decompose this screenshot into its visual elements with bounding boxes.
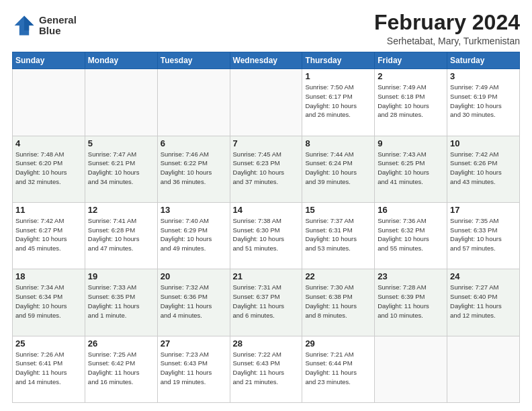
calendar-day-cell bbox=[447, 336, 520, 402]
day-number: 24 bbox=[450, 271, 517, 281]
day-number: 8 bbox=[305, 138, 371, 148]
day-info: Sunrise: 7:41 AM Sunset: 6:28 PM Dayligh… bbox=[88, 216, 154, 253]
calendar-day-cell: 14Sunrise: 7:38 AM Sunset: 6:30 PM Dayli… bbox=[230, 202, 302, 269]
day-info: Sunrise: 7:37 AM Sunset: 6:31 PM Dayligh… bbox=[305, 216, 371, 253]
calendar-day-cell: 3Sunrise: 7:49 AM Sunset: 6:19 PM Daylig… bbox=[447, 69, 520, 136]
day-info: Sunrise: 7:33 AM Sunset: 6:35 PM Dayligh… bbox=[88, 283, 154, 320]
header: General Blue February 2024 Serhetabat, M… bbox=[12, 11, 520, 46]
day-number: 22 bbox=[305, 271, 371, 281]
day-info: Sunrise: 7:32 AM Sunset: 6:36 PM Dayligh… bbox=[161, 283, 227, 320]
day-info: Sunrise: 7:22 AM Sunset: 6:43 PM Dayligh… bbox=[233, 350, 300, 387]
day-number: 29 bbox=[305, 338, 371, 349]
day-info: Sunrise: 7:38 AM Sunset: 6:30 PM Dayligh… bbox=[233, 216, 300, 253]
day-info: Sunrise: 7:36 AM Sunset: 6:32 PM Dayligh… bbox=[378, 216, 444, 253]
day-info: Sunrise: 7:26 AM Sunset: 6:41 PM Dayligh… bbox=[15, 350, 82, 387]
calendar-day-cell: 5Sunrise: 7:47 AM Sunset: 6:21 PM Daylig… bbox=[85, 136, 157, 202]
calendar-day-cell: 17Sunrise: 7:35 AM Sunset: 6:33 PM Dayli… bbox=[447, 202, 520, 269]
day-number: 26 bbox=[88, 338, 154, 349]
day-info: Sunrise: 7:47 AM Sunset: 6:21 PM Dayligh… bbox=[88, 150, 154, 187]
day-info: Sunrise: 7:28 AM Sunset: 6:39 PM Dayligh… bbox=[378, 283, 444, 320]
calendar-day-cell: 26Sunrise: 7:25 AM Sunset: 6:42 PM Dayli… bbox=[85, 336, 157, 402]
weekday-header-cell: Friday bbox=[375, 52, 447, 69]
calendar-week-row: 11Sunrise: 7:42 AM Sunset: 6:27 PM Dayli… bbox=[13, 202, 520, 269]
calendar-week-row: 18Sunrise: 7:34 AM Sunset: 6:34 PM Dayli… bbox=[13, 269, 520, 336]
calendar-day-cell bbox=[13, 69, 85, 136]
day-number: 2 bbox=[378, 71, 444, 81]
day-info: Sunrise: 7:46 AM Sunset: 6:22 PM Dayligh… bbox=[161, 150, 227, 187]
calendar-body: 1Sunrise: 7:50 AM Sunset: 6:17 PM Daylig… bbox=[13, 69, 520, 403]
day-number: 13 bbox=[161, 205, 227, 215]
day-number: 12 bbox=[88, 205, 154, 215]
day-number: 20 bbox=[161, 271, 227, 281]
day-number: 9 bbox=[378, 138, 444, 148]
day-number: 4 bbox=[15, 138, 82, 148]
calendar-day-cell: 7Sunrise: 7:45 AM Sunset: 6:23 PM Daylig… bbox=[230, 136, 302, 202]
calendar-day-cell: 13Sunrise: 7:40 AM Sunset: 6:29 PM Dayli… bbox=[157, 202, 230, 269]
day-number: 6 bbox=[161, 138, 227, 148]
calendar-day-cell: 1Sunrise: 7:50 AM Sunset: 6:17 PM Daylig… bbox=[302, 69, 375, 136]
title-block: February 2024 Serhetabat, Mary, Turkmeni… bbox=[374, 11, 520, 46]
day-info: Sunrise: 7:44 AM Sunset: 6:24 PM Dayligh… bbox=[305, 150, 371, 187]
day-number: 1 bbox=[305, 71, 371, 81]
day-number: 3 bbox=[450, 71, 517, 81]
calendar-day-cell: 8Sunrise: 7:44 AM Sunset: 6:24 PM Daylig… bbox=[302, 136, 375, 202]
calendar-day-cell: 27Sunrise: 7:23 AM Sunset: 6:43 PM Dayli… bbox=[157, 336, 230, 402]
calendar-day-cell bbox=[157, 69, 230, 136]
day-number: 7 bbox=[233, 138, 300, 148]
day-number: 15 bbox=[305, 205, 371, 215]
logo-general: General bbox=[39, 15, 77, 26]
day-number: 17 bbox=[450, 205, 517, 215]
svg-marker-1 bbox=[24, 16, 34, 31]
day-info: Sunrise: 7:48 AM Sunset: 6:20 PM Dayligh… bbox=[15, 150, 82, 187]
day-info: Sunrise: 7:42 AM Sunset: 6:26 PM Dayligh… bbox=[450, 150, 517, 187]
weekday-header-cell: Wednesday bbox=[230, 52, 302, 69]
weekday-header-cell: Thursday bbox=[302, 52, 375, 69]
subtitle: Serhetabat, Mary, Turkmenistan bbox=[374, 36, 520, 46]
calendar-day-cell: 21Sunrise: 7:31 AM Sunset: 6:37 PM Dayli… bbox=[230, 269, 302, 336]
calendar-day-cell bbox=[375, 336, 447, 402]
calendar-day-cell: 23Sunrise: 7:28 AM Sunset: 6:39 PM Dayli… bbox=[375, 269, 447, 336]
weekday-header-row: SundayMondayTuesdayWednesdayThursdayFrid… bbox=[13, 52, 520, 69]
day-info: Sunrise: 7:21 AM Sunset: 6:44 PM Dayligh… bbox=[305, 350, 371, 387]
weekday-header-cell: Tuesday bbox=[157, 52, 230, 69]
weekday-header-cell: Saturday bbox=[447, 52, 520, 69]
calendar-day-cell: 6Sunrise: 7:46 AM Sunset: 6:22 PM Daylig… bbox=[157, 136, 230, 202]
logo: General Blue bbox=[12, 13, 77, 38]
calendar-day-cell: 29Sunrise: 7:21 AM Sunset: 6:44 PM Dayli… bbox=[302, 336, 375, 402]
calendar-day-cell: 11Sunrise: 7:42 AM Sunset: 6:27 PM Dayli… bbox=[13, 202, 85, 269]
calendar-day-cell: 20Sunrise: 7:32 AM Sunset: 6:36 PM Dayli… bbox=[157, 269, 230, 336]
calendar-day-cell: 19Sunrise: 7:33 AM Sunset: 6:35 PM Dayli… bbox=[85, 269, 157, 336]
calendar-day-cell: 16Sunrise: 7:36 AM Sunset: 6:32 PM Dayli… bbox=[375, 202, 447, 269]
calendar-day-cell: 9Sunrise: 7:43 AM Sunset: 6:25 PM Daylig… bbox=[375, 136, 447, 202]
calendar-day-cell: 12Sunrise: 7:41 AM Sunset: 6:28 PM Dayli… bbox=[85, 202, 157, 269]
day-number: 18 bbox=[15, 271, 82, 281]
day-number: 25 bbox=[15, 338, 82, 349]
calendar-day-cell bbox=[85, 69, 157, 136]
day-info: Sunrise: 7:42 AM Sunset: 6:27 PM Dayligh… bbox=[15, 216, 82, 253]
calendar-day-cell bbox=[230, 69, 302, 136]
calendar-week-row: 25Sunrise: 7:26 AM Sunset: 6:41 PM Dayli… bbox=[13, 336, 520, 402]
calendar-day-cell: 28Sunrise: 7:22 AM Sunset: 6:43 PM Dayli… bbox=[230, 336, 302, 402]
logo-icon bbox=[12, 13, 36, 38]
day-info: Sunrise: 7:25 AM Sunset: 6:42 PM Dayligh… bbox=[88, 350, 154, 387]
day-number: 16 bbox=[378, 205, 444, 215]
day-info: Sunrise: 7:45 AM Sunset: 6:23 PM Dayligh… bbox=[233, 150, 300, 187]
day-info: Sunrise: 7:30 AM Sunset: 6:38 PM Dayligh… bbox=[305, 283, 371, 320]
day-number: 5 bbox=[88, 138, 154, 148]
calendar-day-cell: 4Sunrise: 7:48 AM Sunset: 6:20 PM Daylig… bbox=[13, 136, 85, 202]
calendar-day-cell: 10Sunrise: 7:42 AM Sunset: 6:26 PM Dayli… bbox=[447, 136, 520, 202]
day-info: Sunrise: 7:35 AM Sunset: 6:33 PM Dayligh… bbox=[450, 216, 517, 253]
day-number: 28 bbox=[233, 338, 300, 349]
day-info: Sunrise: 7:27 AM Sunset: 6:40 PM Dayligh… bbox=[450, 283, 517, 320]
day-number: 10 bbox=[450, 138, 517, 148]
day-info: Sunrise: 7:43 AM Sunset: 6:25 PM Dayligh… bbox=[378, 150, 444, 187]
day-info: Sunrise: 7:23 AM Sunset: 6:43 PM Dayligh… bbox=[161, 350, 227, 387]
day-number: 21 bbox=[233, 271, 300, 281]
calendar-day-cell: 24Sunrise: 7:27 AM Sunset: 6:40 PM Dayli… bbox=[447, 269, 520, 336]
day-number: 27 bbox=[161, 338, 227, 349]
day-number: 11 bbox=[15, 205, 82, 215]
day-number: 14 bbox=[233, 205, 300, 215]
calendar-week-row: 4Sunrise: 7:48 AM Sunset: 6:20 PM Daylig… bbox=[13, 136, 520, 202]
day-info: Sunrise: 7:50 AM Sunset: 6:17 PM Dayligh… bbox=[305, 83, 371, 120]
calendar-week-row: 1Sunrise: 7:50 AM Sunset: 6:17 PM Daylig… bbox=[13, 69, 520, 136]
